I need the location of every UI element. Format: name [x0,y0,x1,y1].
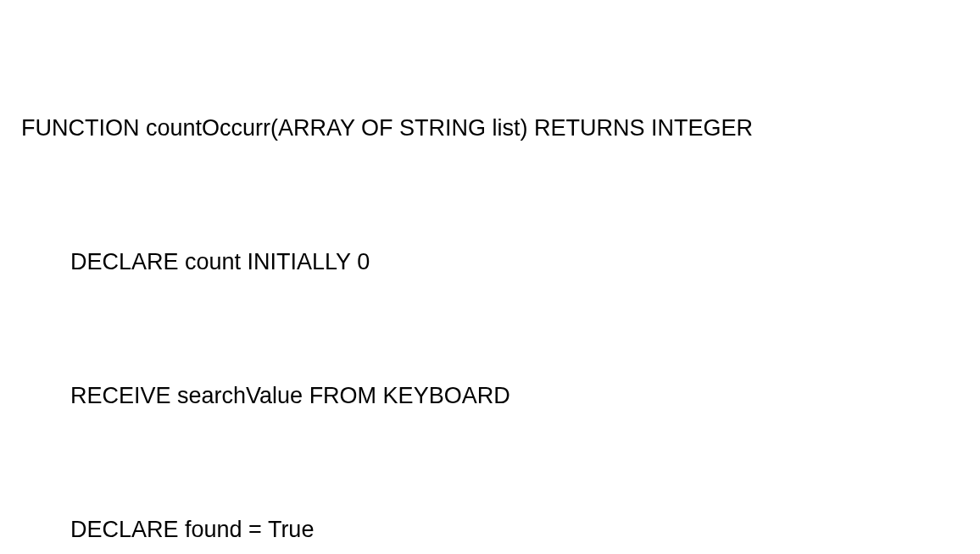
code-line-3: RECEIVE searchValue FROM KEYBOARD [21,374,959,418]
pseudocode-block: FUNCTION countOccurr(ARRAY OF STRING lis… [21,17,959,554]
code-line-2: DECLARE count INITIALLY 0 [21,240,959,285]
code-line-1: FUNCTION countOccurr(ARRAY OF STRING lis… [21,106,959,151]
code-line-4: DECLARE found = True [21,507,959,552]
